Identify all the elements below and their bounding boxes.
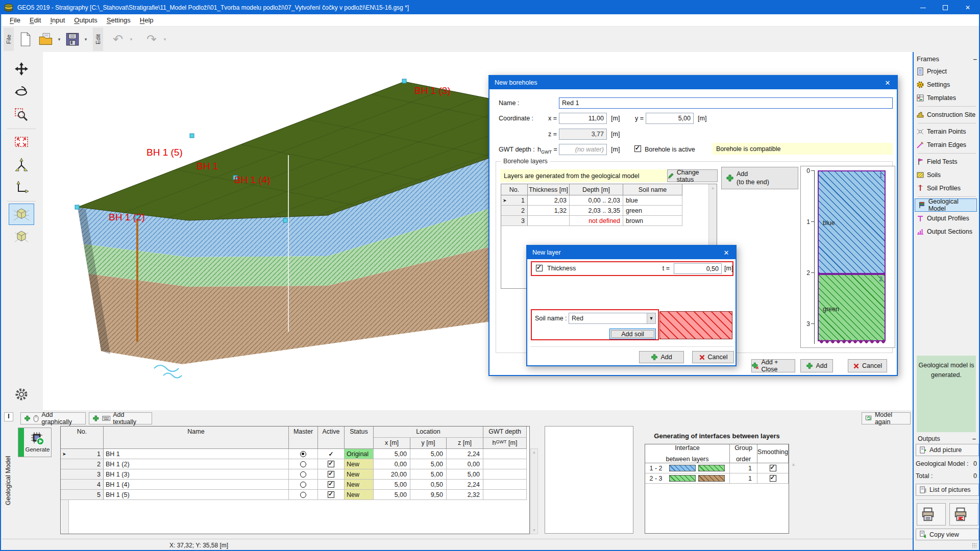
print-document-button[interactable] — [949, 503, 978, 525]
table-row[interactable]: ➤1 BH 1 ✓ Original 5,00 5,00 2,24 — [61, 449, 529, 459]
gwt-input[interactable] — [559, 144, 607, 155]
cancel-button[interactable]: Cancel — [692, 351, 734, 363]
dropdown-arrow-icon[interactable]: ▼ — [647, 313, 655, 323]
borehole-active-checkbox[interactable] — [634, 145, 641, 152]
redo-icon[interactable]: ↷ — [141, 29, 162, 49]
toolbar-edit-tab[interactable]: Edit — [93, 28, 103, 51]
zoom-tool-button[interactable] — [9, 104, 34, 126]
outputs-minimize-icon[interactable]: – — [972, 435, 976, 442]
add-to-end-button[interactable]: Add(to the end) — [721, 167, 798, 189]
model-again-button[interactable]: Model again — [862, 412, 911, 424]
dialog-close-icon[interactable]: ✕ — [878, 76, 897, 89]
frame-item-construction-site[interactable]: Construction Site — [914, 108, 980, 121]
frame-item-project[interactable]: Project — [914, 65, 980, 78]
pan-tool-button[interactable] — [9, 58, 34, 80]
new-file-button[interactable] — [15, 29, 36, 49]
menu-settings[interactable]: Settings — [102, 16, 135, 24]
table-row[interactable]: 3 not defined brown — [501, 216, 717, 226]
scroll-down-icon[interactable]: ▼ — [532, 528, 536, 533]
add-button[interactable]: Add — [800, 359, 833, 372]
menu-file[interactable]: File — [5, 16, 25, 24]
y-input[interactable] — [646, 113, 694, 124]
toolbar-file-tab[interactable]: File — [4, 28, 14, 51]
add-textually-button[interactable]: Add textually — [89, 412, 152, 424]
menu-outputs[interactable]: Outputs — [69, 16, 102, 24]
master-radio[interactable] — [300, 461, 306, 467]
open-file-button[interactable] — [36, 29, 56, 49]
settings-gear-button[interactable] — [9, 384, 34, 405]
menu-help[interactable]: Help — [135, 16, 158, 24]
name-input[interactable] — [559, 97, 893, 109]
add-soil-button[interactable]: Add soil — [609, 329, 656, 339]
axonometry-view-button[interactable] — [9, 227, 34, 248]
frame-item-terrain-points[interactable]: Terrain Points — [914, 125, 980, 138]
master-radio[interactable] — [300, 471, 306, 478]
scroll-up-icon[interactable]: ▲ — [532, 450, 536, 455]
soil-name-dropdown[interactable]: Red ▼ — [569, 313, 656, 324]
save-button[interactable] — [62, 29, 83, 49]
table-row[interactable]: 1 - 2 1 — [645, 463, 789, 473]
table-row[interactable]: ➤1 2,03 0,00 .. 2,03 blue — [501, 195, 717, 206]
dialog-close-icon[interactable]: ✕ — [717, 246, 736, 259]
zoom-extents-button[interactable] — [9, 131, 34, 153]
maximize-button[interactable] — [934, 1, 957, 14]
frame-item-settings[interactable]: Settings — [914, 78, 980, 91]
thickness-checkbox[interactable] — [536, 265, 543, 271]
master-radio[interactable] — [300, 492, 306, 498]
active-checkbox[interactable] — [328, 461, 334, 467]
frame-item-terrain-edges[interactable]: Terrain Edges — [914, 138, 980, 152]
frame-item-geological-model[interactable]: Geological Model — [915, 198, 977, 212]
add-close-button[interactable]: Add + Close — [751, 359, 795, 372]
thickness-input[interactable] — [674, 263, 722, 274]
smoothing-checkbox[interactable] — [770, 475, 776, 482]
frames-minimize-icon[interactable]: – — [973, 55, 977, 63]
frame-item-output-profiles[interactable]: Output Profiles — [914, 212, 980, 225]
master-radio[interactable] — [300, 451, 306, 457]
add-button[interactable]: Add — [639, 351, 684, 363]
interfaces-scroll-up-icon[interactable]: ▲ — [791, 462, 796, 467]
minimize-button[interactable] — [912, 1, 934, 14]
perspective-view-button[interactable] — [9, 204, 34, 225]
frame-item-output-sections[interactable]: Output Sections — [914, 225, 980, 238]
active-checkbox[interactable] — [328, 471, 334, 478]
layer-green[interactable]: 2 green — [818, 274, 886, 341]
frame-item-soils[interactable]: Soils — [914, 168, 980, 182]
rotate-tool-button[interactable] — [9, 81, 34, 103]
copy-view-button[interactable]: Copy view — [916, 529, 979, 540]
master-radio[interactable] — [300, 482, 306, 488]
add-graphically-button[interactable]: Add graphically — [20, 412, 86, 424]
add-picture-button[interactable]: Add picture — [916, 444, 979, 456]
table-row[interactable]: 2 - 3 1 — [645, 473, 789, 484]
undo-icon[interactable]: ↶ — [108, 29, 128, 49]
redo-dropdown-arrow[interactable]: ▾ — [162, 37, 168, 42]
table-row[interactable]: 3 BH 1 (3) New 20,00 5,00 5,00 — [61, 469, 529, 480]
x-input[interactable] — [559, 113, 607, 124]
active-checkbox[interactable] — [328, 491, 334, 498]
scroll-up-icon[interactable]: ▲ — [711, 186, 715, 190]
geological-model-side-tab[interactable]: Geological Model — [1, 424, 15, 537]
generate-button[interactable]: Generate — [18, 428, 52, 457]
open-dropdown-arrow[interactable]: ▾ — [56, 37, 62, 42]
print-preview-button[interactable] — [917, 503, 946, 525]
change-status-button[interactable]: Change status — [667, 169, 718, 182]
frame-item-field-tests[interactable]: Field Tests — [914, 155, 980, 168]
resize-grip[interactable] — [972, 543, 977, 548]
frame-item-soil-profiles[interactable]: Soil Profiles — [914, 182, 980, 195]
undo-dropdown-arrow[interactable]: ▾ — [128, 37, 134, 42]
table-row[interactable]: 2 1,32 2,03 .. 3,35 green — [501, 206, 717, 216]
frame-item-templates[interactable]: Templates — [914, 91, 980, 105]
smoothing-checkbox[interactable] — [770, 465, 776, 471]
table-vertical-scrollbar[interactable]: ▲ ▼ — [530, 448, 538, 534]
axes-2d-button[interactable] — [9, 177, 34, 198]
menu-edit[interactable]: Edit — [25, 16, 45, 24]
list-of-pictures-button[interactable]: List of pictures — [916, 484, 979, 496]
save-dropdown-arrow[interactable]: ▾ — [83, 37, 89, 42]
table-row[interactable]: 2 BH 1 (2) New 0,00 5,00 0,00 — [61, 459, 529, 469]
table-row[interactable]: 5 BH 1 (5) New 5,00 9,50 2,32 — [61, 490, 529, 500]
close-button[interactable]: ✕ — [957, 1, 979, 14]
table-row[interactable]: 4 BH 1 (4) New 5,00 0,50 2,24 — [61, 480, 529, 490]
cancel-button[interactable]: Cancel — [848, 359, 887, 372]
menu-input[interactable]: Input — [45, 16, 69, 24]
axes-3d-button[interactable] — [9, 154, 34, 176]
active-checkbox[interactable] — [328, 481, 334, 488]
